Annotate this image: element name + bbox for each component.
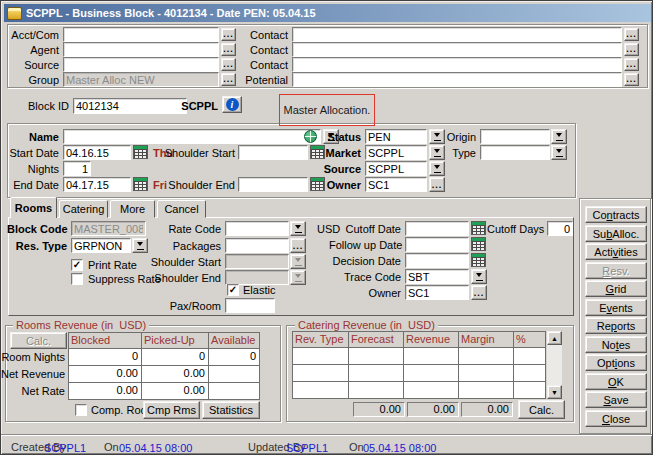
- rooms-calc-button: Calc.: [10, 332, 67, 349]
- tab-catering[interactable]: Catering: [59, 200, 108, 218]
- trace-code-input[interactable]: [405, 269, 469, 284]
- scroll-down-button[interactable]: ▼: [547, 385, 562, 399]
- room-nights-label: Room Nights: [1, 351, 65, 364]
- info-button[interactable]: i: [222, 96, 242, 113]
- comp-rooms-checkbox[interactable]: [75, 404, 87, 416]
- reports-button[interactable]: Reports: [585, 317, 647, 334]
- pax-room-input[interactable]: [225, 298, 275, 313]
- owner-lookup-button[interactable]: ...: [429, 177, 445, 192]
- button-label: K: [617, 376, 624, 388]
- cutoff-days-input[interactable]: [547, 221, 573, 236]
- sub-alloc-button[interactable]: Sub Alloc.: [585, 225, 647, 242]
- shoulder-end-input[interactable]: [238, 177, 308, 192]
- scroll-up-button[interactable]: ▲: [547, 331, 562, 345]
- save-button[interactable]: Save: [585, 391, 647, 408]
- status-input[interactable]: [365, 129, 427, 144]
- rate-code-dropdown-button[interactable]: [290, 221, 306, 236]
- button-label: lose: [610, 413, 630, 425]
- calendar-icon[interactable]: [471, 221, 486, 235]
- source-dropdown-button[interactable]: [429, 161, 445, 176]
- button-mnemonic: O: [608, 376, 617, 388]
- nights-label: Nights: [3, 163, 59, 176]
- contact3-lookup-button[interactable]: ...: [624, 58, 639, 71]
- type-input[interactable]: [480, 145, 550, 160]
- grid-button[interactable]: Grid: [585, 280, 647, 297]
- contact1-input[interactable]: [292, 27, 622, 42]
- contracts-button[interactable]: Contracts: [585, 206, 647, 223]
- packages-input[interactable]: [225, 238, 289, 253]
- potential-input[interactable]: [292, 72, 622, 87]
- contact2-input[interactable]: [292, 42, 622, 57]
- origin-input[interactable]: [480, 129, 550, 144]
- chevron-down-icon: [476, 273, 483, 281]
- calendar-icon[interactable]: [471, 253, 486, 267]
- res-type-dropdown-button[interactable]: [132, 238, 148, 253]
- activities-button[interactable]: Activities: [585, 243, 647, 260]
- updated-on-label: On: [349, 441, 364, 454]
- source-input[interactable]: [63, 57, 219, 72]
- updated-by-value: SCPPL1: [286, 442, 328, 455]
- button-mnemonic: R: [602, 265, 610, 277]
- block-code-input[interactable]: [71, 221, 146, 236]
- calendar-icon[interactable]: [133, 177, 148, 191]
- statistics-button[interactable]: Statistics: [202, 401, 260, 419]
- agent-label: Agent: [3, 44, 59, 57]
- catering-calc-button[interactable]: Calc.: [518, 400, 565, 419]
- print-rate-checkbox[interactable]: ✓: [71, 259, 83, 271]
- acct-com-input[interactable]: [63, 27, 219, 42]
- start-date-input[interactable]: [63, 145, 131, 160]
- packages-label: Packages: [149, 240, 221, 253]
- decision-date-input[interactable]: [405, 253, 469, 268]
- contact2-lookup-button[interactable]: ...: [624, 43, 639, 56]
- group-input[interactable]: [63, 72, 219, 87]
- cutoff-days-label: Cutoff Days: [487, 223, 543, 236]
- button-label: ons: [617, 357, 635, 369]
- agent-input[interactable]: [63, 42, 219, 57]
- tab-more[interactable]: More: [110, 200, 155, 218]
- packages-lookup-button[interactable]: ...: [290, 238, 306, 253]
- potential-lookup-button[interactable]: ...: [624, 73, 639, 86]
- owner2-input[interactable]: [405, 285, 469, 300]
- title-bar[interactable]: SCPPL - Business Block - 4012134 - Date …: [4, 4, 651, 22]
- options-button[interactable]: Options: [585, 354, 647, 371]
- tab-cancel[interactable]: Cancel: [157, 200, 206, 218]
- notes-button[interactable]: Notes: [585, 336, 647, 353]
- shoulder-start-input[interactable]: [238, 145, 308, 160]
- close-button[interactable]: Close: [585, 410, 647, 427]
- column-header: Margin: [459, 332, 514, 348]
- table-cell: [293, 382, 349, 399]
- trace-code-dropdown-button[interactable]: [471, 269, 487, 284]
- market-input[interactable]: [365, 145, 427, 160]
- rate-code-input[interactable]: [225, 221, 289, 236]
- type-dropdown-button[interactable]: [551, 145, 567, 160]
- contact3-input[interactable]: [292, 57, 622, 72]
- created-on-label: On: [104, 441, 119, 454]
- owner-input[interactable]: [365, 177, 427, 192]
- res-type-input[interactable]: [71, 238, 131, 253]
- end-date-input[interactable]: [63, 177, 131, 192]
- contact1-lookup-button[interactable]: ...: [624, 28, 639, 41]
- button-label: esv.: [610, 265, 629, 277]
- tab-rooms[interactable]: Rooms: [10, 197, 57, 218]
- follow-up-date-input[interactable]: [405, 237, 469, 252]
- arrow-down-icon: ▼: [551, 389, 558, 396]
- tab-cancel-label: Cancel: [164, 203, 198, 215]
- elastic-checkbox[interactable]: ✓: [227, 284, 239, 296]
- end-date-label: End Date: [3, 179, 59, 192]
- ok-button[interactable]: OK: [585, 373, 647, 390]
- cutoff-date-input[interactable]: [405, 221, 469, 236]
- events-button[interactable]: Events: [585, 299, 647, 316]
- cmp-rms-button[interactable]: Cmp Rms: [143, 401, 200, 419]
- owner2-lookup-button[interactable]: ...: [471, 285, 487, 300]
- app-icon: [7, 7, 22, 20]
- table-cell: [293, 348, 349, 365]
- calendar-icon[interactable]: [133, 145, 148, 159]
- name-input[interactable]: [63, 129, 321, 144]
- button-label: es: [619, 339, 631, 351]
- origin-dropdown-button[interactable]: [551, 129, 567, 144]
- nights-input[interactable]: [63, 161, 91, 176]
- suppress-rate-checkbox[interactable]: [71, 273, 83, 285]
- source2-input[interactable]: [365, 161, 427, 176]
- calendar-icon[interactable]: [471, 237, 486, 251]
- property-code-label: SCPPL: [161, 100, 218, 113]
